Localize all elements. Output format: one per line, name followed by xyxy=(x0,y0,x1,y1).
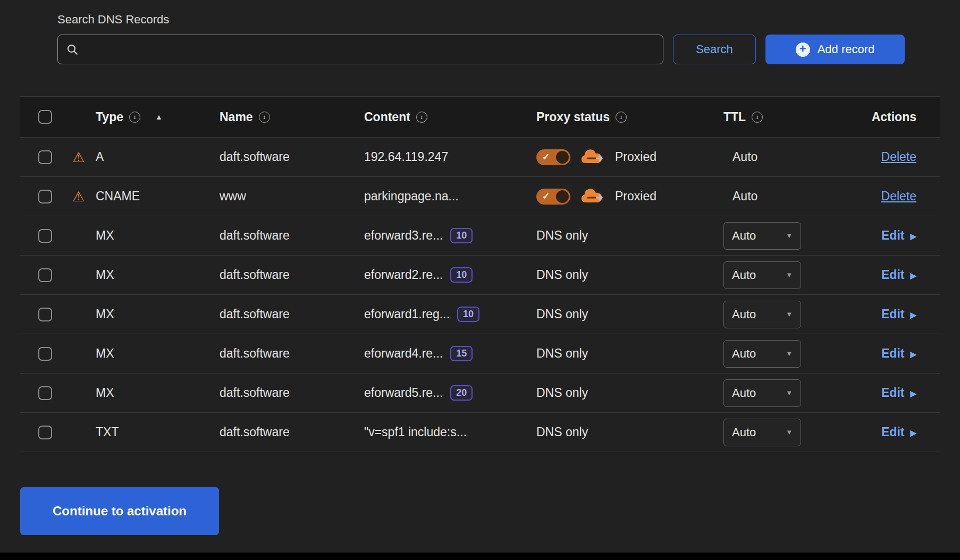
edit-caret-icon: ▶ xyxy=(910,388,916,397)
edit-label: Edit xyxy=(881,425,904,439)
chevron-down-icon: ▼ xyxy=(786,310,793,318)
edit-link[interactable]: Edit ▶ xyxy=(881,307,916,321)
proxy-toggle[interactable]: ✓ xyxy=(536,149,570,165)
delete-link[interactable]: Delete xyxy=(881,150,916,164)
priority-badge: 20 xyxy=(450,385,473,401)
ttl-select[interactable]: Auto ▼ xyxy=(723,301,801,328)
proxy-status-text: Proxied xyxy=(615,150,656,164)
row-checkbox[interactable] xyxy=(38,268,52,282)
record-name: daft.software xyxy=(220,228,364,243)
table-row: MX daft.software eforward4.re... 15 DNS … xyxy=(20,334,940,374)
delete-link[interactable]: Delete xyxy=(881,189,916,203)
proxy-status-text: DNS only xyxy=(536,268,588,282)
record-name: daft.software xyxy=(220,150,364,164)
ttl-select[interactable]: Auto ▼ xyxy=(723,419,801,446)
record-content: parkingpage.na... xyxy=(364,189,459,203)
record-type: A xyxy=(96,150,220,164)
ttl-select[interactable]: Auto ▼ xyxy=(723,379,801,407)
proxy-status-text: DNS only xyxy=(536,346,588,361)
column-header-ttl-label: TTL xyxy=(723,110,746,124)
edit-caret-icon: ▶ xyxy=(910,428,916,437)
column-header-content[interactable]: Content i xyxy=(364,110,536,124)
edit-link[interactable]: Edit ▶ xyxy=(881,268,916,282)
dns-records-page: Search DNS Records Search + Add record T… xyxy=(0,0,960,553)
row-checkbox[interactable] xyxy=(38,386,52,400)
ttl-value: Auto xyxy=(732,150,757,164)
column-header-proxy-status[interactable]: Proxy status i xyxy=(536,110,723,124)
record-content: "v=spf1 include:s... xyxy=(364,425,467,439)
row-checkbox[interactable] xyxy=(38,308,52,321)
record-name: daft.software xyxy=(220,346,364,361)
proxy-status-text: DNS only xyxy=(536,307,588,321)
toggle-knob xyxy=(556,151,569,164)
search-icon xyxy=(66,44,79,56)
record-type: CNAME xyxy=(96,189,220,203)
record-type: MX xyxy=(96,268,220,282)
column-header-type[interactable]: Type i ▲ xyxy=(96,110,220,124)
check-icon: ✓ xyxy=(542,151,550,163)
row-checkbox[interactable] xyxy=(38,190,52,203)
record-name: daft.software xyxy=(220,386,364,400)
priority-badge: 10 xyxy=(450,267,473,283)
record-name: daft.software xyxy=(220,268,364,282)
record-name: www xyxy=(220,189,364,203)
add-record-button[interactable]: + Add record xyxy=(765,35,905,64)
proxied-cloud-icon xyxy=(578,149,607,165)
column-header-name-label: Name xyxy=(220,110,253,124)
record-content: eforward5.re... xyxy=(364,386,443,400)
continue-to-activation-button[interactable]: Continue to activation xyxy=(20,487,219,535)
table-row: ⚠ A daft.software 192.64.119.247 ✓ Proxi… xyxy=(20,138,940,177)
proxy-toggle[interactable]: ✓ xyxy=(536,189,570,205)
chevron-down-icon: ▼ xyxy=(786,271,793,279)
info-icon[interactable]: i xyxy=(416,112,427,123)
ttl-select[interactable]: Auto ▼ xyxy=(723,222,801,250)
column-header-ttl[interactable]: TTL i xyxy=(723,110,828,124)
table-row: MX daft.software eforward2.re... 10 DNS … xyxy=(20,256,940,295)
edit-link[interactable]: Edit ▶ xyxy=(881,346,916,361)
edit-link[interactable]: Edit ▶ xyxy=(881,386,916,400)
search-input-container xyxy=(57,35,663,64)
proxy-status-text: Proxied xyxy=(615,189,656,203)
column-header-name[interactable]: Name i xyxy=(220,110,364,124)
proxied-cloud-icon xyxy=(578,189,607,205)
record-type: MX xyxy=(96,228,220,243)
table-row: MX daft.software eforward1.reg... 10 DNS… xyxy=(20,295,940,334)
row-checkbox[interactable] xyxy=(38,347,52,361)
record-type: MX xyxy=(96,346,220,361)
column-header-content-label: Content xyxy=(364,110,410,124)
info-icon[interactable]: i xyxy=(129,112,140,123)
info-icon[interactable]: i xyxy=(259,112,270,123)
edit-link[interactable]: Edit ▶ xyxy=(881,228,916,243)
info-icon[interactable]: i xyxy=(616,112,627,123)
record-name: daft.software xyxy=(220,307,364,321)
record-type: MX xyxy=(96,307,220,321)
sort-ascending-icon[interactable]: ▲ xyxy=(155,113,163,121)
chevron-down-icon: ▼ xyxy=(786,389,793,397)
record-content: 192.64.119.247 xyxy=(364,150,448,164)
ttl-select[interactable]: Auto ▼ xyxy=(723,340,801,368)
record-type: TXT xyxy=(96,425,220,439)
record-content: eforward3.re... xyxy=(364,228,443,243)
search-button[interactable]: Search xyxy=(673,35,756,64)
ttl-select[interactable]: Auto ▼ xyxy=(723,261,801,289)
row-checkbox[interactable] xyxy=(38,426,52,439)
proxy-status-text: DNS only xyxy=(536,228,588,243)
edit-label: Edit xyxy=(881,307,904,321)
edit-label: Edit xyxy=(881,386,904,400)
toggle-knob xyxy=(556,190,569,203)
warning-icon: ⚠ xyxy=(72,150,85,164)
proxy-status-text: DNS only xyxy=(536,386,588,400)
search-section: Search DNS Records Search + Add record xyxy=(57,13,905,64)
info-icon[interactable]: i xyxy=(752,112,763,123)
check-icon: ✓ xyxy=(542,191,550,202)
row-checkbox[interactable] xyxy=(38,150,52,164)
row-checkbox[interactable] xyxy=(38,229,52,243)
ttl-value: Auto xyxy=(732,347,756,361)
select-all-checkbox[interactable] xyxy=(38,110,52,124)
chevron-down-icon: ▼ xyxy=(786,232,793,240)
ttl-value: Auto xyxy=(732,268,756,282)
edit-link[interactable]: Edit ▶ xyxy=(881,425,916,439)
search-input[interactable] xyxy=(85,43,654,56)
dns-records-table: Type i ▲ Name i Content i Proxy status i… xyxy=(20,96,940,452)
priority-badge: 10 xyxy=(457,307,479,323)
